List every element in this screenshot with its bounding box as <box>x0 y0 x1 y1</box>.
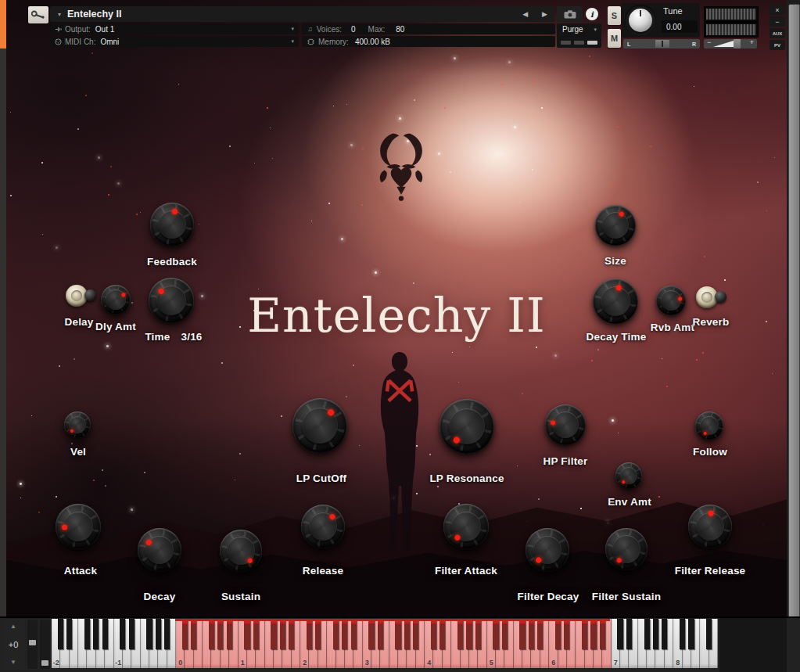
purge-dropdown-arrow-icon[interactable]: ▾ <box>594 27 597 33</box>
piano-key-black[interactable] <box>217 619 223 649</box>
knob-rvb-amt[interactable] <box>656 286 686 315</box>
aux-button[interactable]: AUX <box>770 28 785 38</box>
instrument-titlebar[interactable]: ▾ Entelechy II ◀ ▶ <box>50 6 554 22</box>
piano-key-black[interactable] <box>368 619 374 649</box>
piano-key-black[interactable] <box>502 619 508 649</box>
knob-dly-amt[interactable] <box>101 285 131 314</box>
tune-knob[interactable] <box>629 9 652 32</box>
toggle-switch-reverb[interactable] <box>696 285 727 310</box>
piano-key-black[interactable] <box>315 619 321 649</box>
piano-key-black[interactable] <box>93 619 99 649</box>
next-instrument-icon[interactable]: ▶ <box>535 10 554 18</box>
piano-key-black[interactable] <box>564 619 569 649</box>
piano-key-black[interactable] <box>555 619 561 649</box>
piano-key-black[interactable] <box>129 619 135 649</box>
piano-key-black[interactable] <box>600 619 605 649</box>
piano-key-black[interactable] <box>120 619 125 649</box>
knob-time[interactable] <box>149 278 194 323</box>
transpose-up-icon[interactable]: ▲ <box>10 623 16 630</box>
piano-key-black[interactable] <box>439 619 445 649</box>
midi-channel-select[interactable]: MIDI Ch: Omni ▾ <box>50 36 299 47</box>
volume-plus-icon[interactable]: + <box>750 38 754 46</box>
piano-key-black[interactable] <box>413 619 418 649</box>
piano-key-black[interactable] <box>519 619 525 649</box>
piano-key-black[interactable] <box>457 619 463 649</box>
piano-key-black[interactable] <box>351 619 357 649</box>
output-select[interactable]: Output: Out 1 ▾ <box>50 23 299 34</box>
knob-attack[interactable] <box>56 504 101 549</box>
knob-filter-decay[interactable] <box>526 528 569 572</box>
piano-key-black[interactable] <box>58 619 63 649</box>
transpose-down-icon[interactable]: ▼ <box>10 659 16 666</box>
piano-key-black[interactable] <box>662 619 667 649</box>
toggle-switch-delay[interactable] <box>66 283 97 308</box>
piano-key-black[interactable] <box>378 619 383 649</box>
knob-filter-release[interactable] <box>688 505 732 548</box>
piano-key-black[interactable] <box>582 619 587 649</box>
solo-button[interactable]: S <box>608 6 621 25</box>
piano-key-black[interactable] <box>209 619 214 649</box>
snapshot-camera-button[interactable] <box>557 6 583 22</box>
pan-slider[interactable]: L R <box>623 39 700 49</box>
piano-key-black[interactable] <box>271 619 276 649</box>
piano-key-black[interactable] <box>164 619 170 649</box>
wrench-edit-button[interactable] <box>28 6 48 23</box>
keyboard-scroll-b-handle[interactable] <box>41 660 48 666</box>
transpose-control[interactable]: ▲ +0 ▼ <box>2 620 25 669</box>
piano-key-black[interactable] <box>253 619 259 649</box>
tune-value-box[interactable]: 0.00 <box>662 20 698 33</box>
knob-vel[interactable] <box>64 411 91 438</box>
knob-env-amt[interactable] <box>615 462 642 489</box>
minimize-button[interactable]: − <box>770 16 785 27</box>
piano-key-black[interactable] <box>626 619 632 649</box>
keyboard-scroll-b[interactable] <box>40 620 50 669</box>
close-button[interactable]: × <box>770 5 785 15</box>
piano-key-black[interactable] <box>404 619 410 649</box>
knob-decay-time[interactable] <box>593 279 638 324</box>
piano-key-black[interactable] <box>333 619 339 649</box>
piano-key-black[interactable] <box>617 619 622 649</box>
info-button[interactable]: i <box>586 8 598 20</box>
pan-handle[interactable] <box>655 40 669 48</box>
knob-filter-attack[interactable] <box>443 504 489 549</box>
piano-key-black[interactable] <box>307 619 312 649</box>
knob-size[interactable] <box>595 205 636 246</box>
piano-key-black[interactable] <box>537 619 543 649</box>
prev-instrument-icon[interactable]: ◀ <box>515 10 535 18</box>
piano-key-black[interactable] <box>227 619 232 649</box>
collapse-arrow-icon[interactable]: ▾ <box>58 11 61 18</box>
knob-sustain[interactable] <box>220 530 262 572</box>
knob-lp-cutoff[interactable] <box>292 398 347 453</box>
piano-key-black[interactable] <box>289 619 294 649</box>
pv-button[interactable]: PV <box>770 40 785 50</box>
purge-menu[interactable]: Purge ▾ <box>557 23 601 48</box>
knob-release[interactable] <box>301 505 345 548</box>
piano-key-black[interactable] <box>529 619 534 649</box>
knob-feedback[interactable] <box>150 203 194 246</box>
piano-keyboard[interactable]: -2-1012345678 <box>52 619 718 668</box>
scrollbar-thumb[interactable] <box>788 4 800 669</box>
piano-key-black[interactable] <box>644 619 650 649</box>
knob-follow[interactable] <box>695 411 723 440</box>
piano-key-black[interactable] <box>146 619 152 649</box>
piano-key-black[interactable] <box>475 619 481 649</box>
mute-button[interactable]: M <box>608 29 621 48</box>
output-dropdown-arrow-icon[interactable]: ▾ <box>291 26 294 32</box>
piano-key-black[interactable] <box>182 619 188 649</box>
volume-minus-icon[interactable]: − <box>707 38 711 46</box>
max-voices-value[interactable]: 80 <box>396 25 404 34</box>
piano-key-black[interactable] <box>84 619 90 649</box>
piano-key-black[interactable] <box>466 619 472 649</box>
piano-key-black[interactable] <box>191 619 196 649</box>
piano-key-black[interactable] <box>102 619 108 649</box>
knob-decay[interactable] <box>138 528 181 572</box>
midi-dropdown-arrow-icon[interactable]: ▾ <box>291 38 294 45</box>
knob-hp-filter[interactable] <box>545 404 586 445</box>
knob-filter-sustain[interactable] <box>605 528 648 570</box>
keyboard-scroll-a[interactable] <box>27 620 38 669</box>
piano-key-black[interactable] <box>66 619 72 649</box>
piano-key-black[interactable] <box>706 619 712 649</box>
piano-key-black[interactable] <box>244 619 249 649</box>
piano-key-black[interactable] <box>653 619 658 649</box>
piano-key-black[interactable] <box>156 619 161 649</box>
